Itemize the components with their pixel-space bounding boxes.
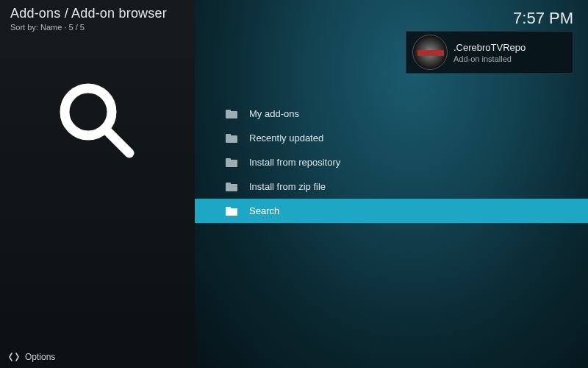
menu-item-install-repository[interactable]: Install from repository (195, 150, 588, 174)
folder-icon (226, 158, 237, 167)
menu-item-label: My add-ons (249, 108, 299, 119)
menu-item-recently-updated[interactable]: Recently updated (195, 126, 588, 150)
menu-item-label: Install from zip file (249, 181, 326, 192)
menu-item-label: Recently updated (249, 132, 323, 144)
folder-icon (226, 110, 237, 118)
svg-line-1 (106, 130, 129, 153)
notification-thumbnail (412, 35, 448, 70)
notification-toast: .CerebroTVRepo Add-on installed (406, 31, 573, 74)
menu-item-label: Install from repository (249, 157, 340, 168)
folder-icon (226, 134, 237, 143)
notification-subtitle: Add-on installed (453, 54, 526, 63)
menu-item-my-addons[interactable]: My add-ons (195, 102, 588, 126)
notification-title: .CerebroTVRepo (453, 42, 526, 53)
search-icon (50, 75, 146, 171)
menu-list: My add-ons Recently updated Install from… (195, 102, 588, 223)
sort-label[interactable]: Sort by: Name (10, 23, 62, 32)
clock: 7:57 PM (513, 9, 573, 28)
menu-item-install-zip[interactable]: Install from zip file (195, 174, 588, 199)
main-panel: 7:57 PM .CerebroTVRepo Add-on installed … (195, 0, 588, 368)
options-label: Options (25, 352, 55, 362)
options-button[interactable]: Options (9, 352, 55, 362)
menu-item-search[interactable]: Search (195, 199, 588, 223)
breadcrumb: Add-ons / Add-on browser (10, 6, 184, 21)
folder-icon (226, 207, 237, 216)
arrows-icon (9, 352, 19, 362)
menu-item-label: Search (249, 205, 279, 216)
sort-info: Sort by: Name · 5 / 5 (10, 23, 184, 32)
sidebar: Add-ons / Add-on browser Sort by: Name ·… (0, 0, 195, 368)
folder-icon (226, 183, 237, 191)
list-position: 5 / 5 (69, 23, 85, 32)
